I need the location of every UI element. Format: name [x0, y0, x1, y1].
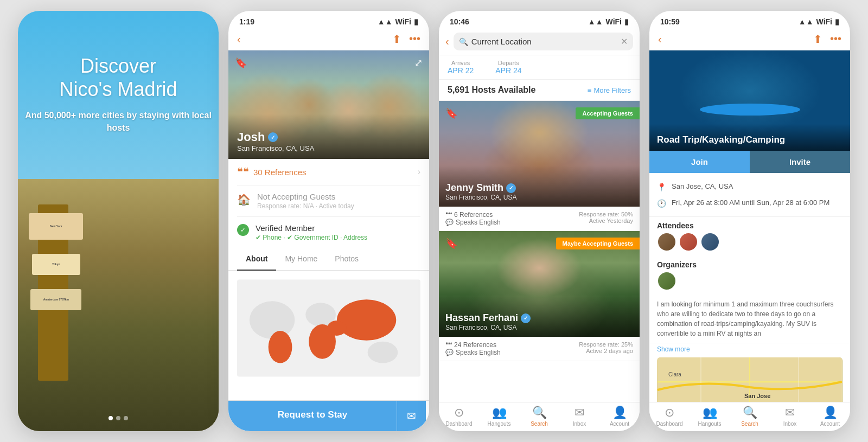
request-to-stay-button[interactable]: Request to Stay [228, 401, 397, 431]
hassan-speaks: 💬 Speaks English [445, 349, 501, 356]
tab-dashboard-3[interactable]: ⊙ Dashboard [439, 406, 479, 427]
screen1-dots [18, 416, 219, 420]
tab-dashboard-4[interactable]: ⊙ Dashboard [649, 406, 690, 427]
jenny-name-overlay: Jenny Smith ✓ San Francisco, CA, USA [439, 166, 640, 207]
josh-verified-badge: ✓ [268, 132, 278, 142]
hassan-refs: ❝❝ 24 References [445, 341, 501, 349]
jenny-name: Jenny Smith ✓ [445, 182, 633, 194]
tab-account-3[interactable]: 👤 Account [599, 406, 640, 427]
bottom-bar-2: Request to Stay ✉ [228, 400, 429, 431]
dashboard-icon-4: ⊙ [665, 406, 674, 420]
josh-location: San Francisco, CA, USA [237, 144, 420, 152]
tab-invite[interactable]: Invite [750, 151, 850, 173]
hassan-ferhani-card[interactable]: 🔖 Maybe Accepting Guests Hassan Ferhani … [439, 231, 640, 337]
speech-icon: 💬 [445, 219, 454, 226]
chevron-right-icon: › [418, 167, 420, 177]
inbox-icon: ✉ [575, 406, 584, 420]
event-time: Fri, Apr 26 at 8:00 AM until Sun, Apr 28… [672, 198, 829, 208]
screen1-subtitle: And 50,000+ more cities by staying with … [18, 110, 219, 134]
not-accepting-row: 🏠 Not Accepting Guests Response rate: N/… [237, 185, 420, 217]
svg-point-7 [327, 321, 347, 336]
dot-1[interactable] [108, 416, 113, 420]
back-button-4[interactable]: ‹ [658, 33, 662, 46]
account-icon-4: 👤 [823, 406, 838, 420]
hassan-location: San Francisco, CA, USA [445, 324, 633, 331]
filter-icon: ≡ [588, 86, 592, 94]
organizers-row [649, 271, 850, 295]
event-map[interactable]: Clara San Jose [657, 357, 843, 406]
arrives-date[interactable]: Arrives APR 22 [448, 60, 474, 75]
tab-myhome[interactable]: My Home [276, 248, 326, 271]
quote-icon: ❝❝ [237, 165, 249, 178]
wifi-icon-3: WiFi [606, 17, 622, 26]
hangouts-label-4: Hangouts [698, 421, 722, 427]
tab-search-4[interactable]: 🔍 Search [730, 406, 770, 427]
josh-name: Josh ✓ [237, 130, 420, 144]
screen4-event: 10:59 ▲▲ WiFi ▮ ‹ ⬆ ••• Road Trip/Kayaki… [649, 11, 850, 431]
account-icon: 👤 [612, 406, 627, 420]
event-description: I am looking for minimum 1 and maximum t… [649, 295, 850, 343]
dashboard-label-4: Dashboard [656, 421, 683, 427]
search-tab-icon-4: 🔍 [743, 406, 757, 420]
tab-bar-4: ⊙ Dashboard 👥 Hangouts 🔍 Search ✉ Inbox … [649, 402, 850, 431]
tab-inbox-4[interactable]: ✉ Inbox [770, 406, 810, 427]
jenny-bookmark[interactable]: 🔖 [445, 107, 457, 119]
screen1-text-block: Discover Nico's Madrid And 50,000+ more … [18, 54, 219, 134]
hassan-name: Hassan Ferhani ✓ [445, 312, 633, 324]
more-filters-button[interactable]: ≡ More Filters [588, 86, 631, 94]
search-input-wrap[interactable]: 🔍 Current Location ✕ [454, 33, 633, 50]
show-more-button[interactable]: Show more [649, 343, 850, 357]
dashboard-icon: ⊙ [454, 406, 464, 420]
expand-icon[interactable]: ⤢ [414, 57, 423, 69]
tab-bar-3: ⊙ Dashboard 👥 Hangouts 🔍 Search ✉ Inbox … [439, 402, 640, 431]
tab-account-4[interactable]: 👤 Account [810, 406, 850, 427]
share-button-4[interactable]: ⬆ [813, 33, 822, 46]
josh-name-overlay: Josh ✓ San Francisco, CA, USA [228, 114, 429, 159]
verified-details: ✔ Phone · ✔ Government ID · Address [256, 234, 367, 241]
back-button-3[interactable]: ‹ [445, 35, 449, 48]
clear-search-button[interactable]: ✕ [621, 36, 628, 47]
hassan-bookmark[interactable]: 🔖 [445, 238, 457, 249]
battery-icon-3: ▮ [624, 17, 629, 26]
hangouts-icon-4: 👥 [703, 406, 717, 420]
tab-join[interactable]: Join [649, 151, 750, 173]
attendee-avatar-2 [679, 232, 698, 252]
tab-search-3[interactable]: 🔍 Search [519, 406, 559, 427]
josh-hero-image: 🔖 ⤢ Josh ✓ San Francisco, CA, USA [228, 50, 429, 159]
signal-icon: ▲▲ [378, 17, 393, 26]
more-button-4[interactable]: ••• [830, 33, 841, 46]
departs-date[interactable]: Departs APR 24 [495, 60, 521, 75]
verified-title: Verified Member [256, 223, 367, 233]
share-button-2[interactable]: ⬆ [392, 33, 401, 46]
references-row[interactable]: ❝❝ 30 References › [237, 159, 420, 185]
jenny-location: San Francisco, CA, USA [445, 194, 633, 201]
dot-3[interactable] [124, 416, 128, 420]
hassan-verified: ✓ [521, 313, 531, 323]
attendee-avatar-1 [657, 232, 676, 252]
wifi-icon-4: WiFi [816, 17, 832, 26]
attendees-label: Attendees [649, 217, 850, 232]
tab-hangouts-4[interactable]: 👥 Hangouts [690, 406, 730, 427]
more-button-2[interactable]: ••• [409, 33, 420, 46]
signal-icon-3: ▲▲ [588, 17, 603, 26]
event-title-overlay: Road Trip/Kayaking/Camping [649, 124, 850, 151]
message-button[interactable]: ✉ [397, 401, 426, 431]
search-input-text[interactable]: Current Location [471, 37, 617, 46]
event-hero: Road Trip/Kayaking/Camping [649, 50, 850, 151]
search-label: Search [531, 421, 548, 427]
tab-about[interactable]: About [237, 248, 276, 271]
tab-photos[interactable]: Photos [326, 248, 367, 271]
screen1-title: Discover Nico's Madrid [18, 54, 219, 101]
bookmark-icon-2[interactable]: 🔖 [235, 57, 247, 69]
refs-icon-2: ❝❝ [445, 341, 452, 349]
tab-hangouts-3[interactable]: 👥 Hangouts [479, 406, 519, 427]
filters-row: Arrives APR 22 Departs APR 24 [439, 55, 640, 80]
back-button-2[interactable]: ‹ [237, 33, 241, 46]
hangouts-icon: 👥 [492, 406, 507, 420]
wifi-icon: WiFi [395, 17, 411, 26]
dot-2[interactable] [116, 416, 120, 420]
inbox-label: Inbox [573, 421, 586, 427]
arrives-value: APR 22 [448, 66, 474, 75]
tab-inbox-3[interactable]: ✉ Inbox [559, 406, 599, 427]
jenny-smith-card[interactable]: 🔖 Accepting Guests Jenny Smith ✓ San Fra… [439, 101, 640, 207]
